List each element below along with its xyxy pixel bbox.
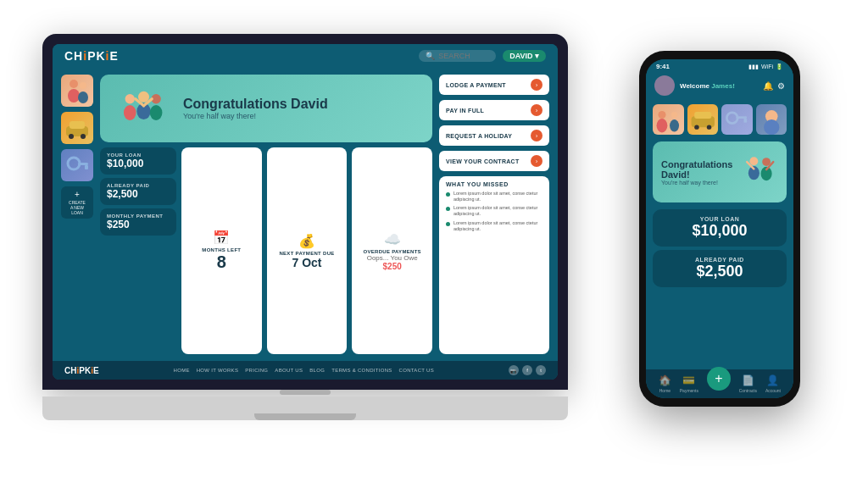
pay-in-full-button[interactable]: PAY IN FULL › <box>439 100 549 120</box>
monthly-payment-label: MONTHLY PAYMENT <box>107 214 170 219</box>
footer-link-home[interactable]: HOME <box>174 368 190 373</box>
phone-screen: 9:41 ▮▮▮ WiFi 🔋 Welcome James! <box>646 59 793 398</box>
phone-bell-icon[interactable]: 🔔 <box>763 81 773 91</box>
svg-point-19 <box>658 111 665 119</box>
cloud-icon: ☁️ <box>384 231 401 247</box>
phone-body: 9:41 ▮▮▮ WiFi 🔋 Welcome James! <box>639 51 800 407</box>
phone-thumb-4[interactable] <box>756 104 787 135</box>
laptop-device: CHiPKiE 🔍 DAVID ▾ <box>42 34 568 424</box>
phone-congrats-title: Congratulations David! <box>661 159 733 180</box>
footer-link-about[interactable]: ABOUT US <box>275 368 303 373</box>
home-icon: 🏠 <box>659 374 671 386</box>
phone-nav-payments-label: Payments <box>680 388 698 393</box>
svg-point-11 <box>125 94 134 103</box>
missed-text-1: Lorem ipsum dolor sit amet, conse ctetur… <box>453 191 542 202</box>
your-loan-card: YOUR LOAN $10,000 <box>100 147 176 175</box>
user-menu-button[interactable]: DAVID ▾ <box>503 50 546 62</box>
missed-panel: WHAT YOU MISSED Lorem ipsum dolor sit am… <box>439 176 549 354</box>
phone-nav-payments[interactable]: 💳 Payments <box>680 374 698 393</box>
svg-point-21 <box>671 112 677 118</box>
phone-nav-home[interactable]: 🏠 Home <box>659 374 671 393</box>
phone-thumbs-row <box>646 101 793 138</box>
facebook-icon[interactable]: f <box>522 365 532 375</box>
phone-gear-icon[interactable]: ⚙ <box>777 81 785 91</box>
create-new-loan-sidebar[interactable]: + CREATEA NEWLOAN <box>61 186 93 219</box>
view-contract-button[interactable]: VIEW YOUR CONTRACT › <box>439 151 549 171</box>
wallet-icon: 💰 <box>298 233 315 249</box>
phone-your-loan-value: $10,000 <box>663 222 776 240</box>
phone-thumb-1[interactable] <box>653 104 684 135</box>
svg-point-12 <box>123 105 136 120</box>
arrow-icon-holiday: › <box>531 130 542 141</box>
laptop-screen: CHiPKiE 🔍 DAVID ▾ <box>53 44 558 380</box>
congrats-title: Congratulations David <box>183 97 419 112</box>
arrow-icon-lodge: › <box>531 79 542 91</box>
footer-link-contact[interactable]: CONTACT US <box>399 368 434 373</box>
wifi-icon: WiFi <box>761 64 773 69</box>
contracts-icon: 📄 <box>742 374 754 386</box>
already-paid-card: ALREADY PAID $2,500 <box>100 178 176 205</box>
overdue-card: ☁️ OVERDUE PAYMENTS Oops... You Owe $250 <box>352 147 432 354</box>
twitter-icon[interactable]: t <box>536 365 546 375</box>
svg-point-0 <box>70 80 78 88</box>
your-loan-value: $10,000 <box>107 158 170 169</box>
phone-your-loan-card: YOUR LOAN $10,000 <box>653 209 787 247</box>
phone-congrats-subtitle: You're half way there! <box>661 180 733 186</box>
phone-avatar-area: Welcome James! <box>654 75 735 96</box>
already-paid-label: ALREADY PAID <box>107 183 170 188</box>
sidebar-thumb-keys[interactable] <box>61 149 93 181</box>
phone-your-loan-label: YOUR LOAN <box>663 216 776 222</box>
phone-nav-account[interactable]: 👤 Account <box>765 374 781 393</box>
search-input[interactable] <box>438 52 489 60</box>
sidebar-thumb-car[interactable] <box>61 112 93 144</box>
phone-header-icons: 🔔 ⚙ <box>763 81 785 91</box>
congrats-subtitle: You're half way there! <box>183 112 419 120</box>
missed-item-2: Lorem ipsum dolor sit amet, conse ctetur… <box>446 205 542 217</box>
account-icon: 👤 <box>766 374 779 386</box>
missed-item-3: Lorem ipsum dolor sit amet, conse ctetur… <box>446 220 542 232</box>
phone-nav-fab-button[interactable]: + <box>707 367 731 391</box>
signal-icon: ▮▮▮ <box>748 64 759 70</box>
months-left-card: 📅 MONTHS LEFT 8 <box>181 147 262 354</box>
laptop-logo: CHiPKiE <box>64 49 119 63</box>
footer-social: 📷 f t <box>509 365 546 375</box>
phone-avatar <box>654 75 675 96</box>
svg-rect-9 <box>78 163 88 165</box>
svg-rect-10 <box>85 165 88 169</box>
svg-point-6 <box>69 134 74 139</box>
svg-point-26 <box>706 125 710 129</box>
lodge-payment-button[interactable]: LODGE A PAYMENT › <box>439 75 549 95</box>
footer-link-pricing[interactable]: PRICING <box>245 368 268 373</box>
search-bar[interactable]: 🔍 <box>419 50 496 62</box>
svg-point-22 <box>670 119 679 132</box>
svg-point-2 <box>80 82 86 89</box>
phone-thumb-3[interactable] <box>721 104 753 135</box>
instagram-icon[interactable]: 📷 <box>509 365 519 375</box>
footer-link-terms[interactable]: TERMS & CONDITIONS <box>331 368 392 373</box>
phone-nav-contracts[interactable]: 📄 Contracts <box>739 374 757 393</box>
footer-link-how[interactable]: HOW IT WORKS <box>197 368 239 373</box>
svg-rect-28 <box>736 116 747 119</box>
svg-point-16 <box>149 105 162 120</box>
missed-text-3: Lorem ipsum dolor sit amet, conse ctetur… <box>453 220 542 232</box>
footer-link-blog[interactable]: BLOG <box>309 368 325 373</box>
payments-icon: 💳 <box>682 374 695 386</box>
phone-bottom-nav: 🏠 Home 💳 Payments + 📄 Contracts 👤 Ac <box>646 369 793 398</box>
laptop-header: CHiPKiE 🔍 DAVID ▾ <box>53 44 558 68</box>
phone-device: 9:41 ▮▮▮ WiFi 🔋 Welcome James! <box>639 51 800 407</box>
svg-point-31 <box>764 119 779 135</box>
svg-point-27 <box>726 113 737 124</box>
phone-nav-home-label: Home <box>659 388 670 393</box>
phone-thumb-2[interactable] <box>687 104 719 135</box>
arrow-icon-contract: › <box>531 155 542 167</box>
congrats-text: Congratulations David You're half way th… <box>183 97 419 120</box>
arrow-icon-pay: › <box>531 104 542 116</box>
request-holiday-button[interactable]: REQUEST A HOLIDAY › <box>439 125 549 146</box>
sidebar-thumb-family[interactable] <box>61 75 93 107</box>
laptop-base <box>42 396 568 420</box>
svg-point-3 <box>78 92 88 103</box>
scene: CHiPKiE 🔍 DAVID ▾ <box>0 0 868 488</box>
svg-point-1 <box>68 89 80 103</box>
left-sidebar: + CREATEA NEWLOAN <box>61 75 93 354</box>
svg-point-32 <box>749 157 758 165</box>
